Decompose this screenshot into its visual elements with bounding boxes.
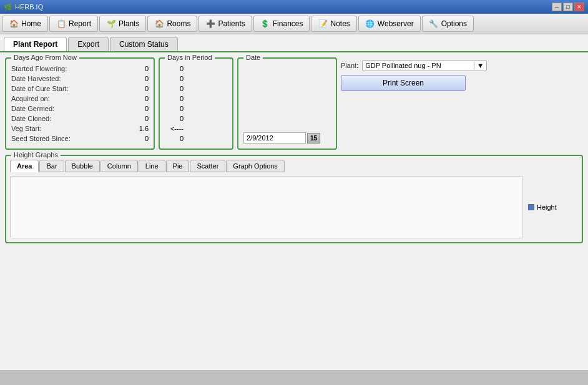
dip-row-1: 0 <box>165 74 227 84</box>
label-cure-start: Date of Cure Start: <box>11 85 69 92</box>
menu-label-finances: Finances <box>273 19 303 28</box>
app-icon: 🌿 <box>4 3 12 11</box>
graph-tab-line[interactable]: Line <box>139 160 165 172</box>
row-date-germed: Date Germed: 0 <box>11 104 149 114</box>
menu-bar: 🏠 Home 📋 Report 🌱 Plants 🏠 Rooms ➕ Patie… <box>0 14 588 34</box>
date-panel: Date 15 <box>237 57 337 150</box>
dip-value-4: 0 <box>165 105 184 112</box>
graph-tab-area[interactable]: Area <box>10 160 39 172</box>
graph-tab-bubble-label: Bubble <box>72 162 93 170</box>
menu-label-notes: Notes <box>330 19 350 28</box>
menu-item-home[interactable]: 🏠 Home <box>2 16 48 32</box>
tab-plant-report[interactable]: Plant Report <box>4 37 67 51</box>
menu-label-report: Report <box>69 19 91 28</box>
plant-dropdown-value: GDP Pollinated nug - PN <box>365 62 441 69</box>
graph-tab-pie[interactable]: Pie <box>166 160 190 172</box>
plants-icon: 🌱 <box>106 19 116 29</box>
value-cure-start: 0 <box>130 85 149 92</box>
graph-tab-column[interactable]: Column <box>100 160 138 172</box>
app-title: HERB.IQ <box>15 3 43 11</box>
dip-row-5: 0 <box>165 114 227 124</box>
tab-custom-status-label: Custom Status <box>119 40 169 49</box>
row-date-cloned: Date Cloned: 0 <box>11 114 149 124</box>
date-input[interactable] <box>243 132 306 144</box>
graph-legend: Height <box>528 176 578 238</box>
top-section: Days Ago From Now Started Flowering: 0 D… <box>5 57 583 150</box>
date-inner: 15 <box>243 64 331 144</box>
menu-label-rooms: Rooms <box>167 19 190 28</box>
label-acquired-on: Acquired on: <box>11 95 50 102</box>
graph-canvas <box>10 176 523 238</box>
menu-item-finances[interactable]: 💲 Finances <box>253 16 310 32</box>
legend-color-height <box>528 204 534 210</box>
plant-selector-row: Plant: GDP Pollinated nug - PN ▼ <box>341 60 487 71</box>
plant-controls: Plant: GDP Pollinated nug - PN ▼ Print S… <box>341 57 583 150</box>
dip-value-2: 0 <box>165 85 184 92</box>
dip-row-7: 0 <box>165 134 227 144</box>
chevron-down-icon: ▼ <box>474 62 484 69</box>
dip-row-3: 0 <box>165 94 227 104</box>
menu-item-patients[interactable]: ➕ Patients <box>198 16 252 32</box>
graph-tab-bar: Area Bar Bubble Column Line Pie Scatter … <box>10 160 578 172</box>
days-in-period-panel: Days in Period 0 0 0 0 0 0 <---- <box>159 57 233 150</box>
graph-tab-scatter[interactable]: Scatter <box>190 160 225 172</box>
menu-item-plants[interactable]: 🌱 Plants <box>99 16 146 32</box>
value-seed-stored: 0 <box>130 135 149 142</box>
title-bar-left: 🌿 HERB.IQ <box>4 3 43 11</box>
main-tab-bar: Plant Report Export Custom Status <box>0 34 588 52</box>
value-started-flowering: 0 <box>130 65 149 72</box>
graph-tab-graph-options[interactable]: Graph Options <box>226 160 285 172</box>
graph-tab-graph-options-label: Graph Options <box>233 162 278 170</box>
tab-export[interactable]: Export <box>68 37 109 51</box>
height-graphs-section: Height Graphs Area Bar Bubble Column Lin… <box>5 155 583 243</box>
maximize-button[interactable]: □ <box>563 2 573 11</box>
menu-item-report[interactable]: 📋 Report <box>49 16 98 32</box>
dip-row-4: 0 <box>165 104 227 114</box>
print-screen-button[interactable]: Print Screen <box>341 75 466 91</box>
graph-tab-bar-tab[interactable]: Bar <box>39 160 64 172</box>
row-seed-stored: Seed Stored Since: 0 <box>11 134 149 144</box>
menu-label-webserver: Webserver <box>378 19 414 28</box>
menu-item-rooms[interactable]: 🏠 Rooms <box>147 16 197 32</box>
plant-label: Plant: <box>341 62 358 69</box>
row-veg-start: Veg Start: 1.6 <box>11 124 149 134</box>
report-icon: 📋 <box>56 19 66 29</box>
title-bar-controls: ─ □ ✕ <box>552 2 584 11</box>
row-cure-start: Date of Cure Start: 0 <box>11 84 149 94</box>
minimize-button[interactable]: ─ <box>552 2 562 11</box>
row-started-flowering: Started Flowering: 0 <box>11 64 149 74</box>
menu-item-notes[interactable]: 📝 Notes <box>311 16 356 32</box>
graph-tab-bubble[interactable]: Bubble <box>65 160 100 172</box>
menu-label-plants: Plants <box>119 19 139 28</box>
dip-value-1: 0 <box>165 75 184 82</box>
graph-area: Height <box>10 176 578 238</box>
menu-item-webserver[interactable]: 🌐 Webserver <box>358 16 421 32</box>
dip-value-7: 0 <box>165 135 184 142</box>
menu-item-options[interactable]: 🔧 Options <box>422 16 474 32</box>
calendar-button[interactable]: 15 <box>307 133 320 144</box>
close-button[interactable]: ✕ <box>574 2 584 11</box>
webserver-icon: 🌐 <box>365 19 375 29</box>
finances-icon: 💲 <box>260 19 270 29</box>
main-content: Days Ago From Now Started Flowering: 0 D… <box>0 52 588 370</box>
rooms-icon: 🏠 <box>154 19 164 29</box>
tab-custom-status[interactable]: Custom Status <box>110 37 178 51</box>
row-acquired-on: Acquired on: 0 <box>11 94 149 104</box>
date-legend: Date <box>243 54 263 61</box>
dip-row-0: 0 <box>165 64 227 74</box>
dip-value-3: 0 <box>165 95 184 102</box>
dip-value-5: 0 <box>165 115 184 122</box>
value-date-cloned: 0 <box>130 115 149 122</box>
label-date-germed: Date Germed: <box>11 105 54 112</box>
options-icon: 🔧 <box>429 19 439 29</box>
graph-tab-pie-label: Pie <box>173 162 183 170</box>
value-date-germed: 0 <box>130 105 149 112</box>
value-veg-start: 1.6 <box>130 125 149 132</box>
plant-dropdown[interactable]: GDP Pollinated nug - PN ▼ <box>362 60 487 71</box>
days-ago-legend: Days Ago From Now <box>11 54 79 61</box>
graph-tab-column-label: Column <box>107 162 131 170</box>
days-in-period-legend: Days in Period <box>165 54 215 61</box>
dip-row-2: 0 <box>165 84 227 94</box>
label-date-cloned: Date Cloned: <box>11 115 51 122</box>
legend-label-height: Height <box>537 203 557 211</box>
